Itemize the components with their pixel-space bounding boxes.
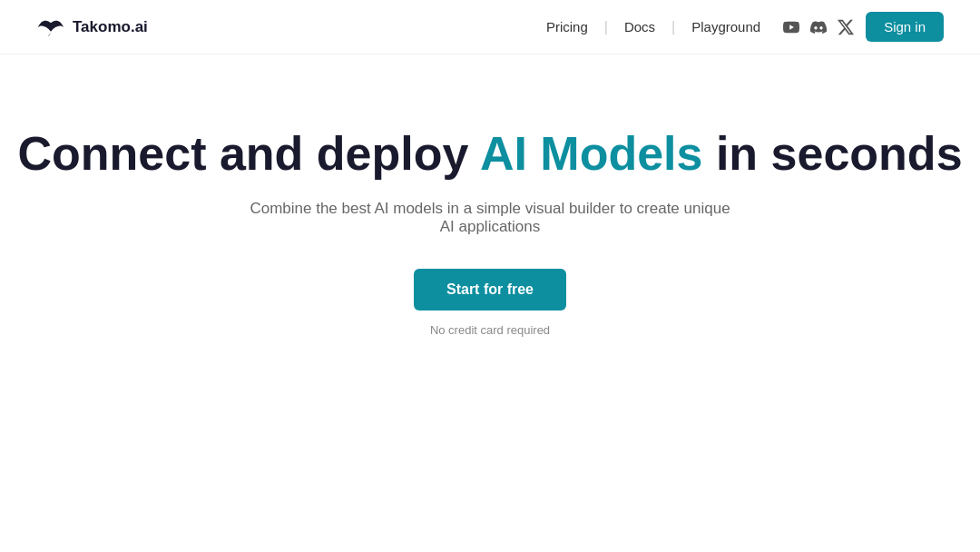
signin-button[interactable]: Sign in (866, 12, 944, 42)
hero-title-part2: in seconds (702, 127, 962, 180)
start-for-free-button[interactable]: Start for free (414, 269, 566, 310)
nav-playground[interactable]: Playground (681, 14, 771, 40)
nav-sep-2: | (670, 19, 677, 35)
hero-title-part1: Connect and deploy (17, 127, 479, 180)
navbar: Takomo.ai Pricing | Docs | Playground (0, 0, 980, 54)
main-content: Connect and deploy AI Models in seconds … (0, 54, 980, 337)
nav-right: Pricing | Docs | Playground (535, 12, 944, 42)
twitter-icon[interactable] (837, 18, 855, 36)
discord-icon[interactable] (809, 18, 828, 36)
hero-title: Connect and deploy AI Models in seconds (17, 127, 962, 182)
hero-cta-note: No credit card required (430, 323, 550, 337)
nav-pricing[interactable]: Pricing (535, 14, 599, 40)
youtube-icon[interactable] (782, 18, 800, 36)
nav-sep-1: | (603, 19, 610, 35)
logo-icon (36, 17, 65, 37)
hero-subtitle: Combine the best AI models in a simple v… (245, 200, 735, 236)
hero-title-highlight: AI Models (480, 127, 703, 180)
nav-docs[interactable]: Docs (613, 14, 666, 40)
logo-link[interactable]: Takomo.ai (36, 17, 148, 37)
hero-section: Connect and deploy AI Models in seconds … (0, 54, 980, 337)
logo-text: Takomo.ai (73, 18, 148, 36)
nav-social-icons (782, 18, 855, 36)
